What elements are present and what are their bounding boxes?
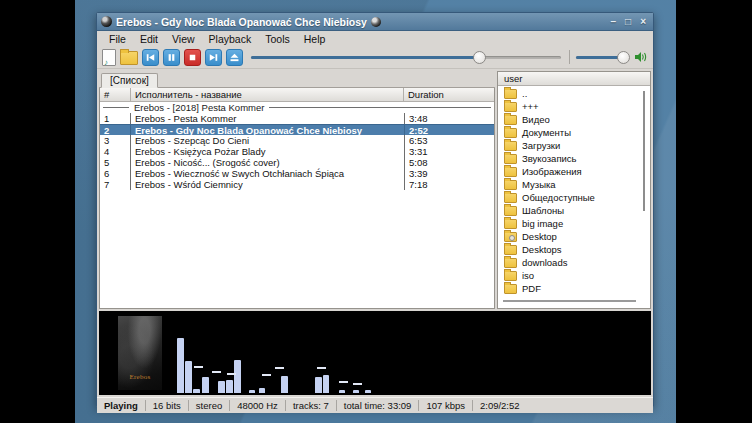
desktop-background: Erebos - Gdy Noc Blada Opanować Chce Nie… bbox=[75, 0, 676, 423]
spectrum-bar bbox=[339, 390, 345, 393]
seek-handle[interactable] bbox=[473, 51, 486, 64]
file-item[interactable]: +++ bbox=[498, 100, 650, 113]
file-item-label: Шаблоны bbox=[522, 205, 564, 216]
file-item[interactable]: Общедоступные bbox=[498, 191, 650, 204]
playlist-row[interactable]: 6Erebos - Wieczność w Swych Otchłaniach … bbox=[100, 168, 494, 179]
track-duration: 3:48 bbox=[404, 113, 494, 124]
eject-icon bbox=[229, 52, 240, 63]
file-item-label: Общедоступные bbox=[522, 192, 595, 203]
vertical-scrollbar[interactable] bbox=[643, 91, 645, 211]
spectrum-bar bbox=[365, 390, 371, 393]
file-item[interactable]: .. bbox=[498, 87, 650, 100]
file-browser-header[interactable]: user bbox=[498, 72, 650, 86]
track-title: Erebos - Wieczność w Swych Otchłaniach Ś… bbox=[131, 168, 404, 179]
spectrum-bar bbox=[353, 390, 359, 393]
file-item[interactable]: big image bbox=[498, 217, 650, 230]
track-title: Erebos - Gdy Noc Blada Opanować Chce Nie… bbox=[131, 125, 404, 135]
folder-icon bbox=[504, 206, 517, 216]
track-duration: 3:39 bbox=[404, 168, 494, 179]
next-button[interactable] bbox=[205, 49, 222, 66]
file-item[interactable]: PDF bbox=[498, 282, 650, 295]
file-item[interactable]: iso bbox=[498, 269, 650, 282]
spectrum-bar bbox=[315, 377, 322, 393]
seek-fill bbox=[251, 56, 480, 59]
menu-help[interactable]: Help bbox=[298, 33, 332, 45]
deadbeef-icon bbox=[371, 17, 381, 27]
folder-icon bbox=[504, 232, 517, 242]
previous-button[interactable] bbox=[142, 49, 159, 66]
volume-handle[interactable] bbox=[617, 51, 630, 64]
column-number[interactable]: # bbox=[100, 88, 131, 101]
playlist-rows: 1Erebos - Pesta Kommer3:482Erebos - Gdy … bbox=[100, 113, 494, 308]
playlist-row[interactable]: 1Erebos - Pesta Kommer3:48 bbox=[100, 113, 494, 124]
seek-slider[interactable] bbox=[251, 50, 561, 65]
playlist-row[interactable]: 7Erebos - Wśród Ciemnicy7:18 bbox=[100, 179, 494, 190]
menu-tools[interactable]: Tools bbox=[259, 33, 296, 45]
folder-icon bbox=[504, 180, 517, 190]
pause-button[interactable] bbox=[163, 49, 180, 66]
open-folder-button[interactable] bbox=[120, 51, 138, 65]
spectrum-bar bbox=[226, 380, 233, 393]
horizontal-scrollbar[interactable] bbox=[503, 300, 636, 302]
stop-icon bbox=[187, 52, 198, 63]
playlist-row[interactable]: 2Erebos - Gdy Noc Blada Opanować Chce Ni… bbox=[100, 124, 494, 135]
menu-playback[interactable]: Playback bbox=[203, 33, 258, 45]
file-item[interactable]: Изображения bbox=[498, 165, 650, 178]
tab-strip: [Список] bbox=[99, 71, 495, 88]
file-item[interactable]: Шаблоны bbox=[498, 204, 650, 217]
track-title: Erebos - Wśród Ciemnicy bbox=[131, 179, 404, 190]
eject-button[interactable] bbox=[226, 49, 243, 66]
spectrum-bar bbox=[177, 338, 184, 393]
file-item[interactable]: Desktop bbox=[498, 230, 650, 243]
screen: Erebos - Gdy Noc Blada Opanować Chce Nie… bbox=[0, 0, 752, 423]
status-segment: total time: 33:09 bbox=[337, 400, 420, 411]
open-file-button[interactable] bbox=[102, 49, 116, 66]
file-item[interactable]: Звукозапись bbox=[498, 152, 650, 165]
spectrum-bar bbox=[259, 388, 265, 393]
file-item-label: iso bbox=[522, 270, 534, 281]
menu-file[interactable]: File bbox=[103, 33, 132, 45]
playlist-row[interactable]: 3Erebos - Szepcąc Do Cieni6:53 bbox=[100, 135, 494, 146]
folder-icon bbox=[504, 154, 517, 164]
file-item-label: Изображения bbox=[522, 166, 582, 177]
previous-icon bbox=[145, 52, 156, 63]
column-duration[interactable]: Duration bbox=[404, 88, 494, 101]
file-item[interactable]: Desktops bbox=[498, 243, 650, 256]
status-segment: Playing bbox=[97, 400, 146, 411]
visualizer-area: Erebos bbox=[99, 311, 651, 395]
playlist-tab[interactable]: [Список] bbox=[101, 73, 158, 88]
track-duration: 2:52 bbox=[404, 125, 494, 135]
file-browser: user ..+++ВидеоДокументыЗагрузкиЗвукозап… bbox=[497, 71, 651, 309]
file-item[interactable]: downloads bbox=[498, 256, 650, 269]
playlist-table: # Исполнитель - название Duration Erebos… bbox=[99, 88, 495, 309]
file-item[interactable]: Музыка bbox=[498, 178, 650, 191]
player-window: Erebos - Gdy Noc Blada Opanować Chce Nie… bbox=[96, 12, 654, 407]
menu-edit[interactable]: Edit bbox=[134, 33, 164, 45]
folder-icon bbox=[504, 141, 517, 151]
file-item-label: PDF bbox=[522, 283, 541, 294]
title-bar[interactable]: Erebos - Gdy Noc Blada Opanować Chce Nie… bbox=[97, 13, 653, 31]
playlist-row[interactable]: 4Erebos - Księżyca Pożar Blady3:31 bbox=[100, 146, 494, 157]
folder-icon bbox=[504, 271, 517, 281]
spectrum-analyzer bbox=[99, 311, 651, 395]
file-item[interactable]: Видео bbox=[498, 113, 650, 126]
track-duration: 7:18 bbox=[404, 179, 494, 190]
maximize-button[interactable]: □ bbox=[625, 17, 631, 27]
file-item-label: .. bbox=[522, 88, 527, 99]
spectrum-bar bbox=[202, 377, 209, 393]
playlist-row[interactable]: 5Erebos - Nicość... (Srogość cover)5:08 bbox=[100, 157, 494, 168]
file-item-label: Видео bbox=[522, 114, 550, 125]
file-item[interactable]: Загрузки bbox=[498, 139, 650, 152]
track-number: 1 bbox=[100, 113, 131, 124]
status-segment: 48000 Hz bbox=[230, 400, 286, 411]
file-item[interactable]: Документы bbox=[498, 126, 650, 139]
minimize-button[interactable]: – bbox=[611, 17, 617, 27]
volume-slider[interactable] bbox=[576, 50, 628, 65]
track-number: 3 bbox=[100, 135, 131, 146]
menu-view[interactable]: View bbox=[166, 33, 201, 45]
status-segment: 107 kbps bbox=[419, 400, 473, 411]
close-button[interactable]: × bbox=[640, 17, 646, 27]
column-artist-title[interactable]: Исполнитель - название bbox=[131, 88, 404, 101]
folder-icon bbox=[504, 219, 517, 229]
stop-button[interactable] bbox=[184, 49, 201, 66]
